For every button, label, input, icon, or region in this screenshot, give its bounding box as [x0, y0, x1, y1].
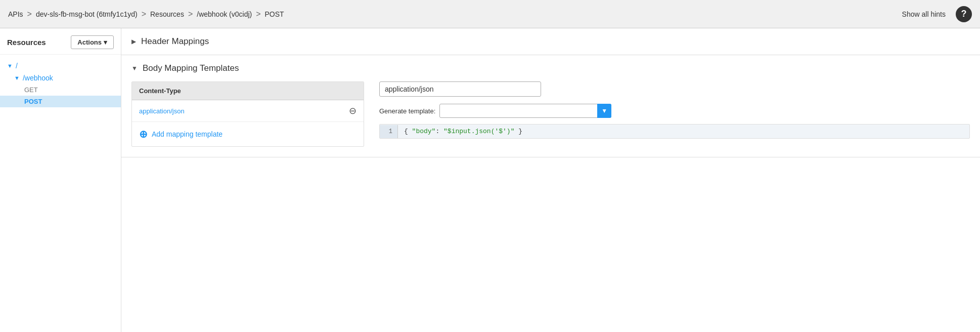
tree-item-webhook[interactable]: ▼ /webhook: [0, 72, 121, 84]
breadcrumb-sep-4: >: [256, 10, 260, 19]
content-type-input[interactable]: [379, 81, 541, 97]
ct-row-1[interactable]: application/json ⊖: [132, 100, 364, 121]
code-brace-open: {: [404, 128, 412, 135]
ct-name-column: Content-Type application/json ⊖ ⊕ Add ma…: [132, 82, 364, 146]
tree-label-webhook: /webhook: [23, 74, 53, 82]
tree-label-root: /: [16, 62, 18, 70]
breadcrumb-sep-3: >: [188, 10, 193, 19]
header-mappings-title: Header Mappings: [141, 36, 209, 47]
line-content-1: { "body": "$input.json('$')" }: [398, 124, 528, 138]
breadcrumb-webhook[interactable]: /webhook (v0cidj): [197, 10, 252, 18]
breadcrumb-sep-2: >: [142, 10, 146, 19]
breadcrumb-post: POST: [265, 10, 284, 18]
code-editor[interactable]: 1 { "body": "$input.json('$')" }: [379, 124, 970, 139]
right-column: Generate template: ▼ 1 { "body":: [379, 81, 970, 147]
actions-arrow-icon: ▾: [104, 38, 107, 46]
ct-column-header: Content-Type: [132, 82, 364, 100]
breadcrumb: APIs > dev-sls-fb-msg-bot (6tmfy1c1yd) >…: [8, 10, 284, 19]
tree-item-get[interactable]: GET: [0, 84, 121, 96]
tree-arrow-webhook: ▼: [14, 75, 20, 81]
show-hints-button[interactable]: Show all hints: [898, 8, 950, 20]
breadcrumb-apis[interactable]: APIs: [8, 10, 23, 18]
breadcrumb-bar: APIs > dev-sls-fb-msg-bot (6tmfy1c1yd) >…: [0, 0, 980, 28]
sidebar-title: Resources: [7, 38, 46, 47]
body-mapping-toggle[interactable]: ▼ Body Mapping Templates: [121, 55, 980, 81]
resource-tree: ▼ / ▼ /webhook GET POST: [0, 55, 121, 332]
body-mapping-content: Content-Type application/json ⊖ ⊕ Add ma…: [121, 81, 980, 157]
header-mappings-toggle[interactable]: ▶ Header Mappings: [121, 28, 980, 55]
ct-row-1-label[interactable]: application/json: [139, 107, 185, 115]
generate-select-wrapper: ▼: [439, 104, 611, 118]
tree-arrow-root: ▼: [7, 63, 13, 69]
content-area: ▶ Header Mappings ▼ Body Mapping Templat…: [121, 28, 980, 332]
help-button[interactable]: ?: [956, 6, 972, 22]
add-mapping-row[interactable]: ⊕ Add mapping template: [132, 121, 364, 146]
line-number-1: 1: [380, 125, 398, 138]
header-mappings-section: ▶ Header Mappings: [121, 28, 980, 55]
add-mapping-icon: ⊕: [139, 128, 148, 140]
content-type-table: Content-Type application/json ⊖ ⊕ Add ma…: [131, 81, 364, 147]
add-mapping-label[interactable]: Add mapping template: [152, 130, 222, 138]
tree-label-get: GET: [24, 86, 38, 94]
breadcrumb-right: Show all hints ?: [898, 6, 972, 22]
code-value: "$input.json('$')": [443, 128, 514, 135]
code-line-1: 1 { "body": "$input.json('$')" }: [380, 124, 969, 138]
tree-item-post[interactable]: POST: [0, 96, 121, 107]
main-layout: ◀ Resources Actions ▾ ▼ / ▼ /webhook GET…: [0, 28, 980, 332]
breadcrumb-resources[interactable]: Resources: [150, 10, 184, 18]
breadcrumb-api-name[interactable]: dev-sls-fb-msg-bot (6tmfy1c1yd): [36, 10, 138, 18]
ct-remove-button[interactable]: ⊖: [349, 105, 357, 116]
body-mapping-section: ▼ Body Mapping Templates Content-Type ap…: [121, 55, 980, 157]
generate-template-row: Generate template: ▼: [379, 104, 970, 118]
actions-button[interactable]: Actions ▾: [71, 35, 114, 49]
header-mappings-arrow-icon: ▶: [131, 38, 136, 45]
code-colon: :: [435, 128, 443, 135]
code-key: "body": [412, 128, 436, 135]
breadcrumb-sep-1: >: [27, 10, 32, 19]
generate-template-label: Generate template:: [379, 107, 435, 115]
tree-label-post: POST: [24, 98, 42, 105]
left-column: Content-Type application/json ⊖ ⊕ Add ma…: [131, 81, 364, 147]
body-mapping-arrow-icon: ▼: [131, 65, 138, 72]
body-mapping-title: Body Mapping Templates: [143, 63, 239, 73]
generate-template-select[interactable]: [439, 104, 611, 118]
sidebar-header: Resources Actions ▾: [0, 28, 121, 55]
code-brace-close: }: [514, 128, 522, 135]
content-type-input-row: [379, 81, 970, 97]
actions-label: Actions: [77, 38, 102, 46]
tree-item-root[interactable]: ▼ /: [0, 60, 121, 72]
sidebar: ◀ Resources Actions ▾ ▼ / ▼ /webhook GET…: [0, 28, 121, 332]
